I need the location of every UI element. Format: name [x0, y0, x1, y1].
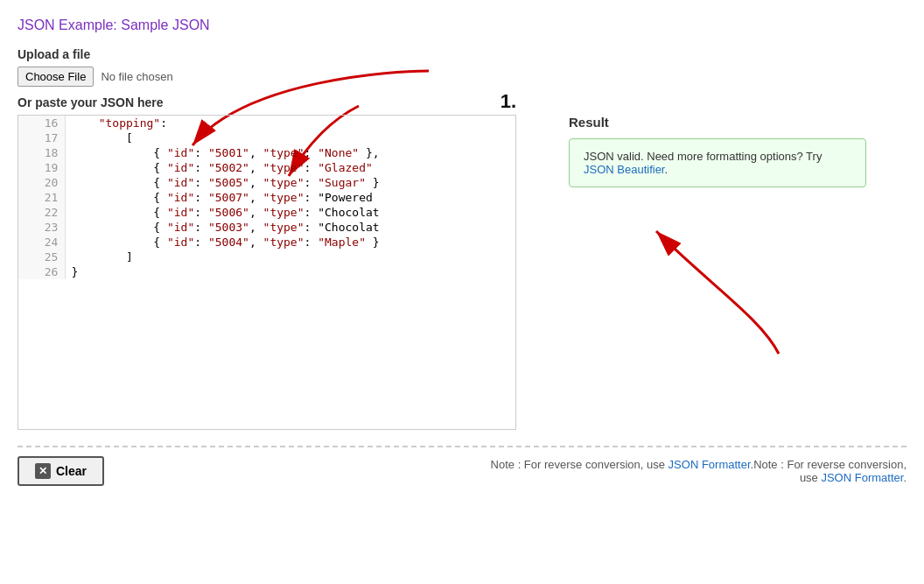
editor-line: 24 { "id": "5004", "type": "Maple" }: [18, 235, 515, 250]
main-layout: 1.: [18, 115, 906, 430]
editor-line: 23 { "id": "5003", "type": "Chocolat: [18, 220, 515, 235]
editor-line: 25 ]: [18, 250, 515, 264]
editor-line: 17 [: [18, 130, 515, 145]
editor-line: 20 { "id": "5005", "type": "Sugar" }: [18, 175, 515, 190]
annotation-area: 1.: [18, 115, 534, 430]
left-panel: 1.: [18, 115, 534, 430]
paste-label: Or paste your JSON here: [18, 95, 906, 109]
editor-line: 16 "topping":: [18, 116, 515, 130]
clear-icon: ✕: [35, 463, 51, 479]
editor-line: 18 { "id": "5001", "type": "None" },: [18, 145, 515, 160]
editor-table: 16 "topping":17 [18 { "id": "5001", "typ…: [18, 116, 515, 279]
choose-file-button[interactable]: Choose File: [18, 67, 94, 87]
json-beautifier-link[interactable]: JSON Beautifier: [584, 163, 665, 176]
json-formatter-link-1[interactable]: JSON Formatter: [668, 458, 751, 471]
json-formatter-link-2[interactable]: JSON Formatter: [821, 471, 903, 484]
result-box: JSON valid. Need more formatting options…: [569, 138, 866, 187]
step1-label: 1.: [500, 90, 516, 113]
file-row: Choose File No file chosen: [18, 67, 906, 87]
result-label: Result: [569, 115, 906, 130]
clear-label: Clear: [56, 464, 87, 478]
note-text: Note : For reverse conversion, use JSON …: [486, 458, 906, 484]
editor-container[interactable]: 16 "topping":17 [18 { "id": "5001", "typ…: [18, 115, 516, 430]
clear-button[interactable]: ✕ Clear: [18, 456, 104, 486]
result-arrow: [639, 214, 814, 371]
page-title: JSON Example: Sample JSON: [18, 18, 906, 33]
editor-line: 22 { "id": "5006", "type": "Chocolat: [18, 205, 515, 220]
upload-label: Upload a file: [18, 47, 906, 61]
right-panel: Result JSON valid. Need more formatting …: [569, 115, 906, 362]
editor-line: 26}: [18, 264, 515, 279]
horizontal-scrollbar[interactable]: [18, 429, 515, 430]
no-file-text: No file chosen: [101, 70, 172, 83]
bottom-bar: ✕ Clear Note : For reverse conversion, u…: [18, 446, 906, 486]
editor-line: 19 { "id": "5002", "type": "Glazed": [18, 160, 515, 175]
editor-line: 21 { "id": "5007", "type": "Powered: [18, 190, 515, 205]
editor-scroll[interactable]: 16 "topping":17 [18 { "id": "5001", "typ…: [18, 116, 515, 429]
